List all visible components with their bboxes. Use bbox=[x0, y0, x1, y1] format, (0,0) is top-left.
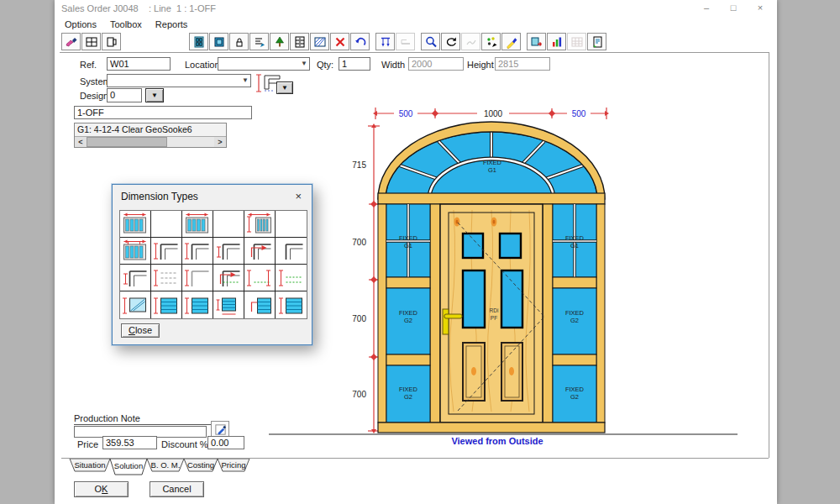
color-points-icon bbox=[485, 35, 498, 49]
dimension-type-cell-10[interactable] bbox=[213, 238, 244, 265]
system-select[interactable]: SY04 Int.Glazed Doors ▼ bbox=[107, 74, 251, 87]
dimension-type-grid bbox=[119, 210, 307, 319]
undo-icon bbox=[354, 35, 367, 49]
color-points-button[interactable] bbox=[481, 33, 501, 50]
chevron-down-icon[interactable]: ▼ bbox=[301, 60, 307, 67]
right-mullion bbox=[543, 204, 553, 423]
profile-preview: ▼ bbox=[255, 71, 300, 97]
dimension-type-cell-13[interactable] bbox=[120, 265, 151, 291]
render-brush-button[interactable] bbox=[501, 33, 521, 50]
scroll-left-icon[interactable]: < bbox=[75, 137, 87, 147]
minimize-icon[interactable]: – bbox=[693, 0, 720, 17]
dimension-type-cell-7[interactable] bbox=[120, 238, 151, 265]
dimension-type-cell-18[interactable] bbox=[276, 265, 307, 291]
cabinet-button[interactable] bbox=[290, 33, 309, 50]
svg-text:G2: G2 bbox=[570, 393, 579, 401]
scrollbar-thumb[interactable] bbox=[87, 137, 167, 147]
menu-toolbox[interactable]: Toolbox bbox=[103, 18, 149, 32]
sill bbox=[378, 423, 605, 433]
menu-options[interactable]: Options bbox=[58, 18, 103, 32]
dim-1000: 1000 bbox=[484, 109, 503, 118]
undo-button[interactable] bbox=[350, 33, 370, 50]
dimension-type-cell-2-empty[interactable] bbox=[151, 211, 182, 238]
dimension-type-cell-19[interactable] bbox=[120, 291, 151, 318]
close-button[interactable]: Close bbox=[121, 323, 160, 338]
dimension-type-cell-22[interactable] bbox=[213, 291, 244, 318]
chevron-down-icon[interactable]: ▼ bbox=[242, 76, 249, 84]
price-label: Price bbox=[77, 439, 98, 449]
report-table-button bbox=[567, 33, 586, 50]
profile-dropdown-button[interactable]: ▼ bbox=[276, 81, 293, 94]
edit-tools-button[interactable] bbox=[61, 33, 81, 50]
scroll-right-icon[interactable]: > bbox=[214, 137, 226, 147]
dimension-type-cell-21[interactable] bbox=[182, 291, 213, 318]
dimension-type-cell-15[interactable] bbox=[182, 265, 213, 291]
svg-text:Situation: Situation bbox=[75, 460, 106, 470]
glass-pane-button[interactable] bbox=[209, 33, 228, 50]
line-description-input[interactable]: 1-OFF bbox=[74, 106, 252, 119]
design-label: Design bbox=[80, 91, 108, 101]
dialog-title-bar[interactable]: Dimension Types × bbox=[113, 185, 312, 207]
zoom-button[interactable] bbox=[421, 33, 440, 50]
dimension-type-cell-16[interactable] bbox=[213, 265, 244, 291]
design-input[interactable]: 0 bbox=[107, 88, 142, 102]
qty-input[interactable]: 1 bbox=[339, 57, 370, 71]
dim-700-a: 700 bbox=[352, 238, 366, 247]
door-side-button[interactable] bbox=[102, 33, 121, 50]
maximize-icon[interactable]: □ bbox=[720, 0, 747, 17]
notes-doc-button[interactable] bbox=[587, 33, 606, 50]
dialog-close-icon[interactable]: × bbox=[295, 190, 302, 202]
qty-label: Qty: bbox=[317, 60, 333, 70]
dimension-type-cell-23[interactable] bbox=[244, 291, 276, 318]
glass-spec-box[interactable]: G1: 4-12-4 Clear GeoSooke6 < > bbox=[74, 123, 227, 148]
ref-input[interactable]: W01 bbox=[107, 57, 171, 71]
rotate-button[interactable] bbox=[441, 33, 460, 50]
window-title: Sales Order J0048 : Line 1 : 1-OFF bbox=[61, 3, 216, 13]
delete-x-icon bbox=[333, 35, 347, 49]
dimension-type-cell-24[interactable] bbox=[276, 291, 307, 318]
dim-500-right: 500 bbox=[572, 109, 586, 118]
export-button[interactable] bbox=[527, 33, 546, 50]
cancel-button[interactable]: Cancel bbox=[150, 481, 204, 497]
delete-x-button[interactable] bbox=[330, 33, 349, 50]
glass-spec-scrollbar[interactable]: < > bbox=[75, 136, 226, 147]
title-bar: Sales Order J0048 : Line 1 : 1-OFF – □ × bbox=[55, 0, 777, 17]
spec-list-button[interactable] bbox=[249, 33, 269, 50]
dimension-type-cell-4-empty[interactable] bbox=[213, 211, 244, 238]
chart-button[interactable] bbox=[547, 33, 566, 50]
app-window: Sales Order J0048 : Line 1 : 1-OFF – □ ×… bbox=[55, 0, 777, 504]
menu-reports[interactable]: Reports bbox=[149, 18, 195, 32]
dimension-type-cell-14[interactable] bbox=[151, 265, 182, 291]
lock-button[interactable] bbox=[229, 33, 249, 50]
dimension-type-cell-3[interactable] bbox=[182, 211, 213, 238]
dimension-type-cell-17[interactable] bbox=[244, 265, 276, 291]
ok-button[interactable]: OK bbox=[74, 481, 129, 497]
render-brush-icon bbox=[505, 35, 518, 49]
close-icon[interactable]: × bbox=[747, 0, 774, 17]
dimension-type-cell-5[interactable] bbox=[244, 211, 276, 238]
svg-text:B. O. M.: B. O. M. bbox=[151, 460, 181, 470]
door-design-button[interactable] bbox=[189, 33, 208, 50]
chart-icon bbox=[550, 35, 564, 49]
dimension-type-cell-9[interactable] bbox=[182, 238, 213, 265]
hatch-grid-button[interactable] bbox=[310, 33, 329, 50]
edit-tools-icon bbox=[65, 35, 78, 49]
cabinet-icon bbox=[293, 35, 307, 49]
location-select[interactable]: Front Door ▼ bbox=[218, 57, 310, 71]
dimension-type-cell-8[interactable] bbox=[151, 238, 182, 265]
design-dropdown-button[interactable]: ▼ bbox=[145, 88, 164, 102]
dimension-tool-button[interactable] bbox=[375, 33, 395, 50]
dimension-type-cell-12[interactable] bbox=[276, 238, 307, 265]
dimension-type-cell-6-empty[interactable] bbox=[276, 211, 307, 238]
dimension-type-cell-20[interactable] bbox=[151, 291, 182, 318]
discount-input[interactable]: 0.00 bbox=[207, 436, 244, 449]
tree-button[interactable] bbox=[270, 33, 289, 50]
price-input[interactable]: 359.53 bbox=[102, 436, 157, 449]
svg-text:Solution: Solution bbox=[114, 461, 143, 470]
svg-text:G2: G2 bbox=[570, 317, 579, 324]
grid-window-button[interactable] bbox=[81, 33, 101, 50]
right-jamb bbox=[596, 204, 605, 423]
dimension-type-cell-11[interactable] bbox=[244, 238, 276, 265]
location-label: Location bbox=[185, 60, 220, 70]
dimension-type-cell-1[interactable] bbox=[120, 211, 151, 238]
